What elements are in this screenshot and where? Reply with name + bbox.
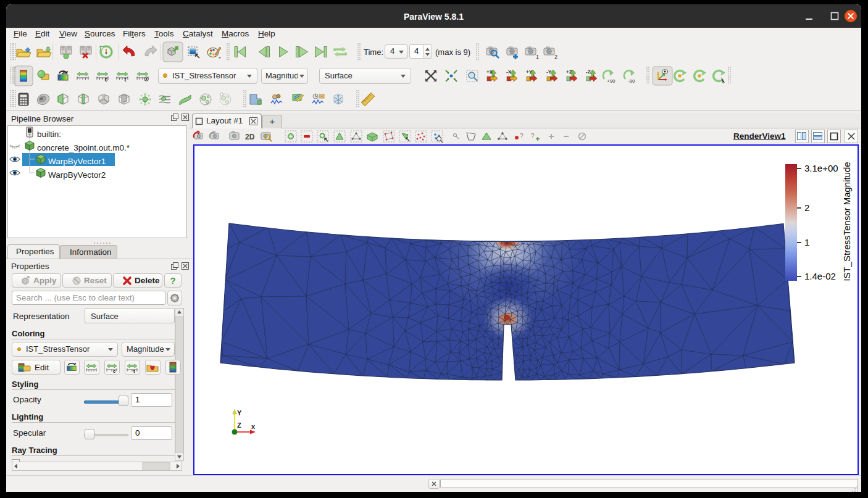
svg-text:+X: +X <box>486 69 493 75</box>
svg-text:2: 2 <box>62 70 65 75</box>
svg-text:2D: 2D <box>245 133 255 141</box>
svg-text:Y: Y <box>237 409 242 417</box>
svg-text:-Z: -Z <box>586 69 591 75</box>
svg-text:2: 2 <box>804 202 809 213</box>
svg-text:3.1e+00: 3.1e+00 <box>804 163 838 173</box>
svg-text:1: 1 <box>804 237 809 247</box>
svg-text:-Y: -Y <box>546 69 552 75</box>
svg-text:+90: +90 <box>607 78 616 84</box>
svg-text:x: x <box>251 423 256 430</box>
svg-text:Z: Z <box>237 421 241 429</box>
svg-text:c: c <box>113 368 115 374</box>
svg-text:1.4e-02: 1.4e-02 <box>804 271 836 281</box>
svg-text:IST_StressTensor Magnitude: IST_StressTensor Magnitude <box>841 162 852 281</box>
svg-text:1: 1 <box>536 54 539 60</box>
svg-text:?: ? <box>520 133 524 139</box>
svg-text:-90: -90 <box>628 78 635 84</box>
svg-text:?: ? <box>531 133 535 139</box>
svg-text:t: t <box>125 77 127 83</box>
svg-text:2: 2 <box>554 54 557 60</box>
svg-text:+Z: +Z <box>566 69 572 75</box>
svg-text:-X: -X <box>506 69 512 75</box>
svg-text:c: c <box>105 77 108 83</box>
svg-text:+Y: +Y <box>526 69 533 75</box>
